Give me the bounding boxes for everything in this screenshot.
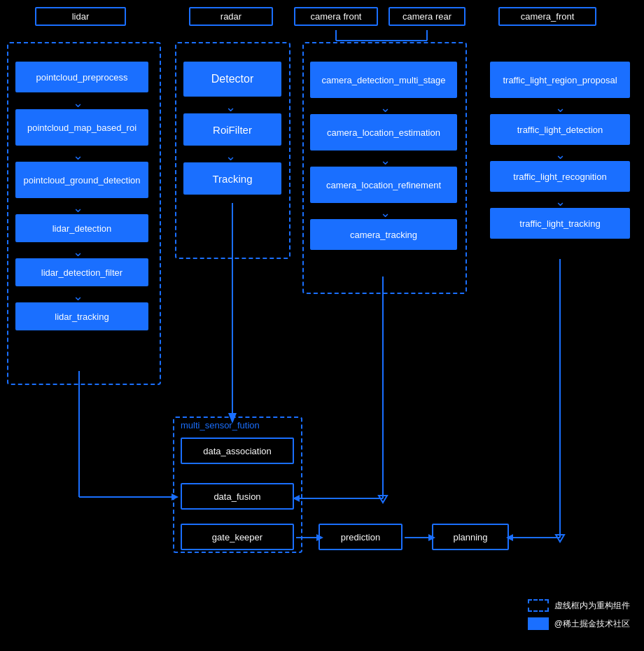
traffic-light-detection[interactable]: traffic_light_detection: [490, 114, 630, 145]
header-camera-front2: camera_front: [498, 7, 596, 26]
pointcloud-map-based-roi[interactable]: pointcloud_map_based_roi: [15, 109, 148, 146]
camera-location-refinement[interactable]: camera_location_refinement: [310, 167, 457, 203]
planning-node[interactable]: planning: [432, 524, 509, 550]
lidar-detection-filter[interactable]: lidar_detection_filter: [15, 258, 148, 286]
arrow-radar-1: ⌄: [225, 99, 236, 115]
arrow-tl-1: ⌄: [555, 100, 566, 115]
diagram: lidar radar camera front camera rear cam…: [0, 0, 644, 651]
header-camera-rear: camera rear: [388, 7, 465, 26]
arrow-lidar-4: ⌄: [73, 244, 83, 260]
svg-marker-10: [556, 535, 564, 542]
lidar-detection[interactable]: lidar_detection: [15, 214, 148, 242]
fusion-title: multi_sensor_fution: [181, 420, 260, 430]
arrow-tl-2: ⌄: [555, 147, 566, 162]
header-camera-front: camera front: [294, 7, 378, 26]
radar-roifilter[interactable]: RoiFilter: [183, 113, 281, 146]
traffic-light-region-proposal[interactable]: traffic_light_region_proposal: [490, 62, 630, 98]
traffic-light-tracking[interactable]: traffic_light_tracking: [490, 208, 630, 239]
camera-tracking[interactable]: camera_tracking: [310, 219, 457, 250]
arrow-lidar-5: ⌄: [73, 288, 83, 304]
arrow-radar-2: ⌄: [225, 148, 236, 164]
legend-solid-icon: [528, 617, 549, 630]
legend-dashed-icon: [528, 599, 549, 612]
arrow-cam-3: ⌄: [380, 205, 391, 220]
prediction-node[interactable]: prediction: [318, 524, 402, 550]
camera-location-estimation[interactable]: camera_location_estimation: [310, 114, 457, 150]
arrow-tl-3: ⌄: [555, 194, 566, 209]
lidar-tracking[interactable]: lidar_tracking: [15, 302, 148, 330]
radar-detector[interactable]: Detector: [183, 62, 281, 97]
data-fusion[interactable]: data_fusion: [181, 483, 294, 510]
legend-dashed: 虚线框内为重构组件: [528, 599, 630, 612]
arrow-lidar-3: ⌄: [73, 200, 83, 216]
arrow-lidar-1: ⌄: [73, 95, 83, 111]
pointcloud-preprocess[interactable]: pointcloud_preprocess: [15, 62, 148, 92]
header-lidar: lidar: [35, 7, 126, 26]
svg-marker-6: [379, 496, 387, 503]
arrow-cam-1: ⌄: [380, 100, 391, 115]
pointcloud-ground-detection[interactable]: pointcloud_ground_detection: [15, 162, 148, 198]
radar-tracking[interactable]: Tracking: [183, 162, 281, 195]
camera-detection-multi-stage[interactable]: camera_detection_multi_stage: [310, 62, 457, 98]
header-radar: radar: [189, 7, 273, 26]
arrow-cam-2: ⌄: [380, 153, 391, 168]
legend-solid: @稀土掘金技术社区: [528, 617, 630, 630]
gate-keeper[interactable]: gate_keeper: [181, 524, 294, 550]
legend: 虚线框内为重构组件 @稀土掘金技术社区: [528, 599, 630, 630]
lidar-dashed-container: [7, 42, 161, 385]
traffic-light-recognition[interactable]: traffic_light_recognition: [490, 161, 630, 192]
arrow-lidar-2: ⌄: [73, 148, 83, 163]
data-association[interactable]: data_association: [181, 438, 294, 464]
